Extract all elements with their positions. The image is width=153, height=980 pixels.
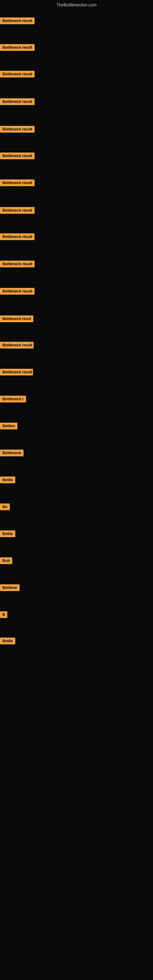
badge-label: Bottleneck result bbox=[0, 261, 35, 267]
bottleneck-result-badge[interactable]: Bottleneck resul bbox=[0, 315, 33, 323]
badge-label: Bottleneck result bbox=[0, 342, 33, 348]
badge-label: Bottle bbox=[0, 477, 15, 483]
badge-label: Bottleneck result bbox=[0, 126, 35, 133]
bottleneck-result-badge[interactable]: Bottleneck result bbox=[0, 342, 33, 350]
bottleneck-result-badge[interactable]: Bottleneck result bbox=[0, 261, 35, 269]
bottleneck-result-badge[interactable]: Bott bbox=[0, 557, 12, 565]
badge-label: Bottleneck result bbox=[0, 207, 35, 214]
badge-label: Bo bbox=[0, 503, 10, 510]
bottleneck-result-badge[interactable]: Bottleneck result bbox=[0, 18, 35, 25]
badge-label: Bottlene bbox=[0, 584, 19, 591]
site-title: TheBottlenecker.com bbox=[0, 0, 153, 9]
badge-label: Bottleneck result bbox=[0, 18, 35, 24]
bottleneck-result-badge[interactable]: Bottlene bbox=[0, 584, 19, 592]
bottleneck-result-badge[interactable]: Bottleneck result bbox=[0, 126, 35, 134]
badge-label: Bottlen bbox=[0, 423, 18, 430]
badge-label: Bottle bbox=[0, 530, 15, 537]
badge-label: Bottleneck resul bbox=[0, 315, 33, 322]
badge-label: B bbox=[0, 611, 7, 618]
bottleneck-result-badge[interactable]: Bottle bbox=[0, 638, 15, 646]
badge-label: Bottleneck result bbox=[0, 233, 35, 240]
badge-label: Bottleneck result bbox=[0, 369, 33, 375]
badge-label: Bottleneck r bbox=[0, 396, 26, 402]
bottleneck-result-badge[interactable]: Bottle bbox=[0, 477, 15, 485]
badge-label: Bottleneck result bbox=[0, 153, 35, 159]
bottleneck-result-badge[interactable]: Bo bbox=[0, 503, 10, 511]
bottleneck-result-badge[interactable]: Bottleneck result bbox=[0, 207, 35, 215]
bottleneck-result-badge[interactable]: Bottleneck result bbox=[0, 98, 35, 106]
badge-label: Bottleneck result bbox=[0, 180, 35, 186]
bottleneck-result-badge[interactable]: Bottleneck result bbox=[0, 233, 35, 241]
bottleneck-result-badge[interactable]: Bottleneck r bbox=[0, 396, 26, 404]
bottleneck-result-badge[interactable]: Bottleneck result bbox=[0, 288, 35, 296]
bottleneck-result-badge[interactable]: Bottle bbox=[0, 530, 15, 538]
badge-label: Bottleneck result bbox=[0, 98, 35, 105]
bottleneck-result-badge[interactable]: Bottlen bbox=[0, 423, 18, 431]
bottleneck-result-badge[interactable]: B bbox=[0, 611, 7, 619]
badge-label: Bottle bbox=[0, 638, 15, 644]
badge-label: Bottleneck result bbox=[0, 71, 35, 78]
bottleneck-result-badge[interactable]: Bottleneck result bbox=[0, 369, 33, 377]
bottleneck-result-badge[interactable]: Bottleneck result bbox=[0, 44, 35, 52]
bottleneck-result-badge[interactable]: Bottleneck result bbox=[0, 180, 35, 188]
bottleneck-result-badge[interactable]: Bottleneck result bbox=[0, 153, 35, 161]
bottleneck-result-badge[interactable]: Bottleneck result bbox=[0, 71, 35, 79]
badge-label: Bottleneck result bbox=[0, 44, 35, 51]
badge-label: Bott bbox=[0, 557, 12, 564]
badge-label: Bottleneck result bbox=[0, 288, 35, 294]
bottleneck-result-badge[interactable]: Bottleneck bbox=[0, 450, 24, 458]
badge-label: Bottleneck bbox=[0, 450, 24, 456]
